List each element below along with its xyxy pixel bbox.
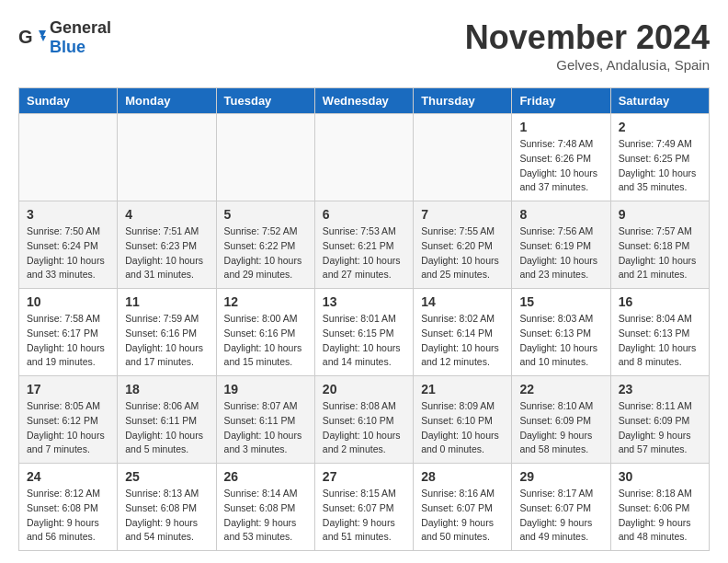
calendar-cell: 17Sunrise: 8:05 AMSunset: 6:12 PMDayligh… — [19, 376, 118, 464]
page-header: G General Blue November 2024 Gelves, And… — [18, 18, 710, 73]
weekday-row: Sunday Monday Tuesday Wednesday Thursday… — [19, 88, 710, 114]
calendar-cell: 16Sunrise: 8:04 AMSunset: 6:13 PMDayligh… — [610, 289, 709, 376]
day-info: Sunrise: 7:52 AMSunset: 6:22 PMDaylight:… — [224, 224, 307, 282]
header-thursday: Thursday — [414, 88, 512, 114]
day-number: 5 — [224, 207, 307, 222]
day-number: 15 — [519, 294, 602, 309]
calendar-cell: 4Sunrise: 7:51 AMSunset: 6:23 PMDaylight… — [118, 201, 216, 289]
calendar-cell: 23Sunrise: 8:11 AMSunset: 6:09 PMDayligh… — [610, 376, 709, 464]
day-number: 14 — [421, 294, 504, 309]
calendar-cell: 25Sunrise: 8:13 AMSunset: 6:08 PMDayligh… — [118, 464, 216, 551]
header-friday: Friday — [512, 88, 610, 114]
day-number: 1 — [519, 120, 602, 134]
day-info: Sunrise: 7:55 AMSunset: 6:20 PMDaylight:… — [421, 224, 504, 282]
calendar-week-1: 1Sunrise: 7:48 AMSunset: 6:26 PMDaylight… — [19, 114, 710, 201]
calendar-cell — [118, 114, 216, 201]
header-wednesday: Wednesday — [314, 88, 413, 114]
day-info: Sunrise: 8:18 AMSunset: 6:06 PMDaylight:… — [619, 487, 701, 545]
day-number: 8 — [519, 207, 602, 222]
day-number: 26 — [224, 469, 307, 484]
day-number: 10 — [27, 294, 109, 309]
header-monday: Monday — [118, 88, 216, 114]
calendar-cell: 21Sunrise: 8:09 AMSunset: 6:10 PMDayligh… — [414, 376, 512, 464]
day-number: 9 — [619, 207, 701, 222]
calendar-cell: 1Sunrise: 7:48 AMSunset: 6:26 PMDaylight… — [512, 114, 610, 201]
calendar-cell — [414, 114, 512, 201]
day-info: Sunrise: 7:50 AMSunset: 6:24 PMDaylight:… — [27, 224, 109, 282]
day-info: Sunrise: 8:04 AMSunset: 6:13 PMDaylight:… — [619, 312, 701, 370]
day-info: Sunrise: 8:02 AMSunset: 6:14 PMDaylight:… — [421, 312, 504, 370]
svg-marker-2 — [40, 36, 46, 41]
calendar-cell: 7Sunrise: 7:55 AMSunset: 6:20 PMDaylight… — [414, 201, 512, 289]
day-info: Sunrise: 8:05 AMSunset: 6:12 PMDaylight:… — [27, 399, 109, 457]
svg-text:G: G — [18, 27, 33, 47]
logo-icon: G — [18, 27, 46, 49]
day-info: Sunrise: 8:17 AMSunset: 6:07 PMDaylight:… — [519, 487, 602, 545]
day-number: 28 — [421, 469, 504, 484]
day-info: Sunrise: 7:58 AMSunset: 6:17 PMDaylight:… — [27, 312, 109, 370]
calendar-cell — [216, 114, 314, 201]
calendar-cell: 5Sunrise: 7:52 AMSunset: 6:22 PMDaylight… — [216, 201, 314, 289]
calendar-cell: 8Sunrise: 7:56 AMSunset: 6:19 PMDaylight… — [512, 201, 610, 289]
day-number: 16 — [619, 294, 701, 309]
day-info: Sunrise: 7:57 AMSunset: 6:18 PMDaylight:… — [619, 224, 701, 282]
day-info: Sunrise: 7:53 AMSunset: 6:21 PMDaylight:… — [323, 224, 405, 282]
logo-wordmark: General Blue — [50, 18, 111, 57]
calendar-cell: 9Sunrise: 7:57 AMSunset: 6:18 PMDaylight… — [610, 201, 709, 289]
day-number: 12 — [224, 294, 307, 309]
day-info: Sunrise: 8:06 AMSunset: 6:11 PMDaylight:… — [125, 399, 208, 457]
day-info: Sunrise: 8:01 AMSunset: 6:15 PMDaylight:… — [323, 312, 405, 370]
location: Gelves, Andalusia, Spain — [465, 57, 710, 73]
day-number: 2 — [619, 120, 701, 134]
day-info: Sunrise: 8:00 AMSunset: 6:16 PMDaylight:… — [224, 312, 307, 370]
calendar-cell: 28Sunrise: 8:16 AMSunset: 6:07 PMDayligh… — [414, 464, 512, 551]
calendar-cell: 20Sunrise: 8:08 AMSunset: 6:10 PMDayligh… — [314, 376, 413, 464]
calendar-cell: 29Sunrise: 8:17 AMSunset: 6:07 PMDayligh… — [512, 464, 610, 551]
calendar-cell — [19, 114, 118, 201]
calendar-cell: 15Sunrise: 8:03 AMSunset: 6:13 PMDayligh… — [512, 289, 610, 376]
calendar-cell — [314, 114, 413, 201]
day-number: 29 — [519, 469, 602, 484]
title-area: November 2024 Gelves, Andalusia, Spain — [465, 18, 710, 73]
day-number: 27 — [323, 469, 405, 484]
day-number: 23 — [619, 382, 701, 396]
day-info: Sunrise: 7:48 AMSunset: 6:26 PMDaylight:… — [519, 137, 602, 195]
calendar-cell: 10Sunrise: 7:58 AMSunset: 6:17 PMDayligh… — [19, 289, 118, 376]
logo: G General Blue — [18, 18, 111, 57]
calendar-cell: 18Sunrise: 8:06 AMSunset: 6:11 PMDayligh… — [118, 376, 216, 464]
day-number: 11 — [125, 294, 208, 309]
day-info: Sunrise: 8:13 AMSunset: 6:08 PMDaylight:… — [125, 487, 208, 545]
day-number: 21 — [421, 382, 504, 396]
header-saturday: Saturday — [610, 88, 709, 114]
day-info: Sunrise: 7:59 AMSunset: 6:16 PMDaylight:… — [125, 312, 208, 370]
day-number: 4 — [125, 207, 208, 222]
calendar-cell: 22Sunrise: 8:10 AMSunset: 6:09 PMDayligh… — [512, 376, 610, 464]
calendar-cell: 3Sunrise: 7:50 AMSunset: 6:24 PMDaylight… — [19, 201, 118, 289]
month-title: November 2024 — [465, 18, 710, 57]
day-info: Sunrise: 8:09 AMSunset: 6:10 PMDaylight:… — [421, 399, 504, 457]
calendar-cell: 6Sunrise: 7:53 AMSunset: 6:21 PMDaylight… — [314, 201, 413, 289]
day-number: 25 — [125, 469, 208, 484]
day-number: 18 — [125, 382, 208, 396]
calendar-cell: 19Sunrise: 8:07 AMSunset: 6:11 PMDayligh… — [216, 376, 314, 464]
day-info: Sunrise: 8:03 AMSunset: 6:13 PMDaylight:… — [519, 312, 602, 370]
day-info: Sunrise: 7:49 AMSunset: 6:25 PMDaylight:… — [619, 137, 701, 195]
day-number: 6 — [323, 207, 405, 222]
calendar-cell: 11Sunrise: 7:59 AMSunset: 6:16 PMDayligh… — [118, 289, 216, 376]
calendar-cell: 27Sunrise: 8:15 AMSunset: 6:07 PMDayligh… — [314, 464, 413, 551]
day-info: Sunrise: 8:15 AMSunset: 6:07 PMDaylight:… — [323, 487, 405, 545]
day-info: Sunrise: 7:56 AMSunset: 6:19 PMDaylight:… — [519, 224, 602, 282]
calendar-cell: 12Sunrise: 8:00 AMSunset: 6:16 PMDayligh… — [216, 289, 314, 376]
day-info: Sunrise: 8:08 AMSunset: 6:10 PMDaylight:… — [323, 399, 405, 457]
calendar-cell: 13Sunrise: 8:01 AMSunset: 6:15 PMDayligh… — [314, 289, 413, 376]
calendar-cell: 2Sunrise: 7:49 AMSunset: 6:25 PMDaylight… — [610, 114, 709, 201]
day-number: 22 — [519, 382, 602, 396]
calendar-cell: 24Sunrise: 8:12 AMSunset: 6:08 PMDayligh… — [19, 464, 118, 551]
calendar-cell: 30Sunrise: 8:18 AMSunset: 6:06 PMDayligh… — [610, 464, 709, 551]
calendar-table: Sunday Monday Tuesday Wednesday Thursday… — [18, 87, 710, 551]
calendar-cell: 14Sunrise: 8:02 AMSunset: 6:14 PMDayligh… — [414, 289, 512, 376]
day-number: 13 — [323, 294, 405, 309]
logo-blue: Blue — [50, 38, 85, 56]
calendar-week-4: 17Sunrise: 8:05 AMSunset: 6:12 PMDayligh… — [19, 376, 710, 464]
day-info: Sunrise: 8:16 AMSunset: 6:07 PMDaylight:… — [421, 487, 504, 545]
